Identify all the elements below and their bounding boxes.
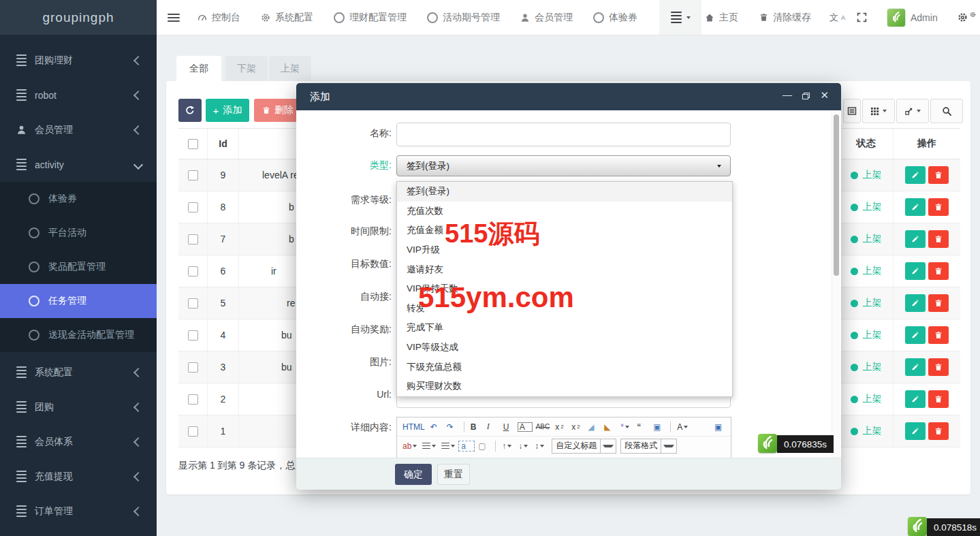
delete-row-button[interactable]: [928, 422, 949, 440]
nav-home[interactable]: 主页: [705, 0, 738, 35]
nav-menu-item-1[interactable]: 系统配置: [261, 12, 313, 24]
dropdown-option-9[interactable]: 下级充值总额: [397, 357, 732, 377]
strikethrough-icon[interactable]: ABC: [534, 423, 552, 430]
align-icon[interactable]: ↓: [516, 441, 531, 451]
edit-button[interactable]: [905, 230, 926, 248]
submenu-item-3[interactable]: 任务管理: [0, 284, 157, 318]
row-checkbox[interactable]: [188, 362, 198, 373]
refresh-button[interactable]: [178, 99, 202, 122]
nav-menu-item-2[interactable]: 理财配置管理: [334, 12, 407, 24]
type-select[interactable]: 签到(登录): [396, 155, 731, 176]
edit-button[interactable]: [905, 166, 926, 184]
delete-button[interactable]: 删除: [254, 99, 302, 122]
columns-button[interactable]: [862, 99, 895, 123]
delete-row-button[interactable]: [928, 166, 949, 184]
submenu-item-0[interactable]: 体验券: [0, 182, 157, 216]
dropdown-option-4[interactable]: 邀请好友: [397, 259, 732, 279]
user-menu[interactable]: Admin: [887, 0, 938, 35]
edit-button[interactable]: [905, 422, 926, 440]
html-source-icon[interactable]: HTML: [400, 422, 427, 432]
edit-button[interactable]: [905, 326, 926, 344]
name-input[interactable]: [396, 123, 731, 146]
confirm-button[interactable]: 确定: [395, 464, 432, 485]
dropdown-option-10[interactable]: 购买理财次数: [397, 377, 732, 396]
row-checkbox[interactable]: [188, 266, 198, 277]
nav-menu-item-3[interactable]: 活动期号管理: [427, 12, 500, 24]
new-document-icon[interactable]: ▢: [476, 441, 491, 451]
subscript-icon[interactable]: x2: [569, 422, 584, 432]
nav-clear-cache[interactable]: 清除缓存: [759, 0, 811, 35]
sidebar-item-2[interactable]: 会员管理: [0, 112, 157, 147]
sidebar-bottom-item-1[interactable]: 团购: [0, 390, 157, 424]
search-button[interactable]: [930, 99, 963, 123]
underline-icon[interactable]: U: [501, 422, 516, 432]
nav-menu-item-4[interactable]: 会员管理: [520, 12, 573, 24]
edit-button[interactable]: [905, 390, 926, 408]
unordered-list-icon[interactable]: [439, 443, 457, 450]
reset-button[interactable]: 重置: [437, 464, 470, 485]
close-icon[interactable]: ✕: [820, 91, 829, 100]
row-checkbox[interactable]: [188, 170, 198, 180]
sidebar-bottom-item-3[interactable]: 充值提现: [0, 459, 157, 494]
row-checkbox[interactable]: [188, 202, 198, 212]
sidebar-item-1[interactable]: robot: [0, 78, 157, 112]
edit-button[interactable]: [905, 294, 926, 312]
delete-row-button[interactable]: [928, 262, 949, 280]
submenu-item-2[interactable]: 奖品配置管理: [0, 250, 157, 284]
edit-button[interactable]: [905, 262, 926, 280]
nav-menu-item-5[interactable]: 体验券: [593, 12, 637, 24]
select-all-checkbox[interactable]: [188, 139, 198, 149]
italic-icon[interactable]: I: [485, 422, 500, 432]
highlight-icon[interactable]: a: [458, 441, 475, 452]
tab-all[interactable]: 全部: [176, 56, 221, 81]
scrollbar-thumb[interactable]: [834, 114, 839, 276]
delete-row-button[interactable]: [928, 390, 949, 408]
row-checkbox[interactable]: [188, 394, 198, 405]
fullscreen-icon[interactable]: [857, 0, 867, 35]
nav-menu-item-0[interactable]: 控制台: [197, 12, 240, 24]
translate-icon[interactable]: 文A: [829, 0, 845, 35]
line-height-icon[interactable]: ↕: [533, 441, 548, 451]
tab-on-shelf[interactable]: 上架: [269, 56, 311, 81]
redo-icon[interactable]: ↷: [445, 422, 460, 432]
restore-icon[interactable]: [802, 93, 810, 99]
paste-text-icon[interactable]: ▣: [651, 422, 666, 432]
row-checkbox[interactable]: [188, 330, 198, 341]
delete-row-button[interactable]: [928, 198, 949, 216]
quick-menu-button[interactable]: [659, 0, 701, 35]
submenu-item-4[interactable]: 送现金活动配置管理: [0, 318, 157, 352]
dropdown-option-7[interactable]: 完成下单: [397, 318, 732, 338]
paragraph-format-select[interactable]: 段落格式: [620, 439, 677, 454]
ordered-list-icon[interactable]: [420, 443, 438, 450]
hamburger-icon[interactable]: [168, 14, 180, 22]
blockquote-icon[interactable]: “: [635, 422, 650, 432]
delete-row-button[interactable]: [928, 230, 949, 248]
font-box-icon[interactable]: A: [518, 422, 533, 432]
dialog-scrollbar[interactable]: [832, 111, 840, 458]
dropdown-option-0[interactable]: 签到(登录): [397, 182, 732, 202]
fullscreen-editor-icon[interactable]: ▣: [712, 422, 727, 432]
sidebar-bottom-item-4[interactable]: 订单管理: [0, 494, 157, 529]
minimize-icon[interactable]: —: [783, 90, 792, 99]
spell-edit-icon[interactable]: ab: [400, 441, 419, 451]
dialog-header[interactable]: 添加 — ✕: [296, 83, 841, 110]
sidebar-bottom-item-2[interactable]: 会员体系: [0, 424, 157, 459]
magic-wand-icon[interactable]: *: [618, 422, 633, 432]
eraser-icon[interactable]: ◢: [586, 422, 601, 432]
format-brush-icon[interactable]: ◣: [602, 422, 617, 432]
export-button[interactable]: [896, 99, 929, 123]
tab-off-shelf[interactable]: 下架: [225, 56, 268, 81]
superscript-icon[interactable]: x2: [553, 422, 568, 432]
edit-button[interactable]: [905, 358, 926, 376]
bold-icon[interactable]: B: [469, 422, 484, 432]
toggle-detail-view-button[interactable]: [843, 99, 861, 123]
row-checkbox[interactable]: [188, 234, 198, 245]
undo-icon[interactable]: ↶: [428, 422, 443, 432]
settings-gears-icon[interactable]: [958, 0, 976, 35]
row-checkbox[interactable]: [188, 298, 198, 309]
delete-row-button[interactable]: [928, 358, 949, 376]
delete-row-button[interactable]: [928, 294, 949, 312]
add-button[interactable]: +添加: [206, 99, 249, 122]
sidebar-item-0[interactable]: 团购理财: [0, 43, 157, 78]
font-color-icon[interactable]: A: [675, 422, 690, 432]
